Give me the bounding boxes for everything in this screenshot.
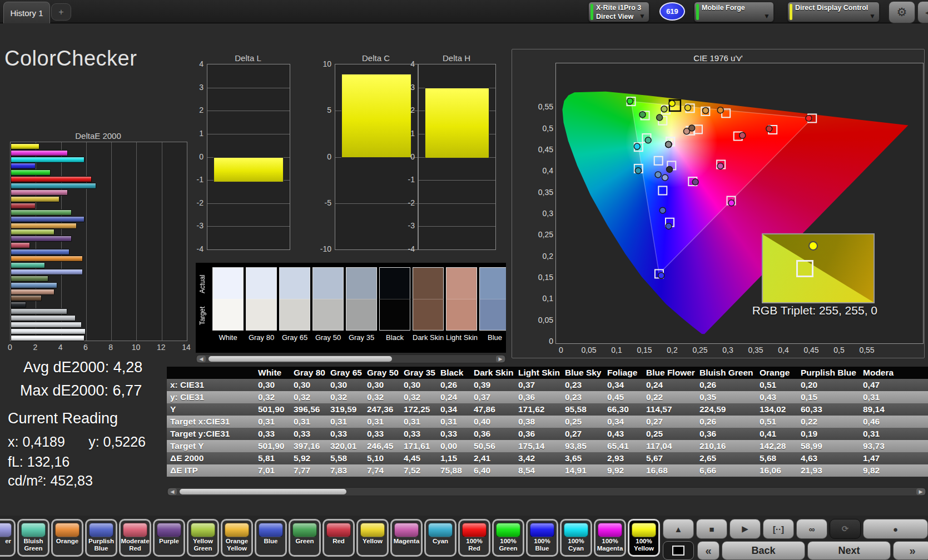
scroll-left-icon[interactable]: ◀: [168, 488, 177, 495]
add-tab-button[interactable]: +: [51, 3, 71, 21]
cie-y-tick: 0,4: [529, 166, 553, 175]
table-scroll-thumb[interactable]: [180, 489, 346, 494]
de-bar-purplish-blue: [11, 249, 70, 255]
cie-y-tick: 0,55: [529, 102, 553, 111]
chevron-down-icon: ▼: [639, 12, 646, 20]
patch-button-orange-yellow[interactable]: Orange Yellow: [221, 519, 253, 557]
de-x-tick: 4: [58, 343, 63, 352]
patch-button-blue[interactable]: Blue: [255, 519, 287, 557]
patch-button-orange[interactable]: Orange: [51, 519, 83, 557]
meter-label: Mobile Forge: [702, 4, 745, 13]
table-cell: 397,16: [290, 440, 327, 452]
table-cell: 0,15: [797, 391, 860, 403]
delta-chart-title-delta-l: Delta L: [207, 53, 289, 63]
swatch-gray-65: Gray 65: [279, 267, 310, 342]
meter-dropdown-direct-display-control[interactable]: Direct Display Control▼: [787, 2, 880, 22]
cie-x-tick: 0,2: [667, 346, 677, 354]
table-scrollbar[interactable]: ◀ ▶: [167, 487, 926, 496]
refresh-button[interactable]: ⟳: [830, 519, 861, 539]
settings-button[interactable]: ⚙: [889, 1, 915, 23]
delta-y-tick: -2: [186, 198, 204, 207]
scroll-right-icon[interactable]: ▶: [916, 488, 925, 495]
patch-button-100-red[interactable]: 100% Red: [458, 519, 490, 557]
patch-button-bluish-green[interactable]: Bluish Green: [17, 519, 49, 557]
stop-button[interactable]: ■: [696, 519, 727, 539]
meter-dropdown-x-rite-i1pro-3[interactable]: X-Rite i1Pro 3Direct View▼: [588, 2, 649, 22]
patch-button-100-magenta[interactable]: 100% Magenta: [594, 519, 626, 557]
patch-button-magenta[interactable]: Magenta: [390, 519, 423, 557]
table-cell: 14,91: [562, 464, 604, 477]
de-bar-dark-skin: [11, 295, 42, 301]
table-cell: 0,30: [290, 379, 327, 391]
meter-dropdown-mobile-forge[interactable]: Mobile Forge▼: [694, 2, 774, 22]
table-cell: 0,20: [797, 379, 860, 391]
table-cell: 0,33: [290, 428, 327, 440]
patch-button-100-yellow[interactable]: 100% Yellow: [628, 519, 660, 557]
row-label: Y: [167, 403, 255, 416]
swatch-actual: [379, 267, 410, 299]
refresh-icon: ⟳: [842, 524, 849, 534]
scroll-left-icon[interactable]: ◀: [197, 356, 206, 362]
measured-dot-gray-35: [666, 142, 672, 148]
row-label: ΔE 2000: [167, 452, 255, 464]
patch-button-yellow[interactable]: Yellow: [356, 519, 389, 557]
table-row--e-2000: ΔE 20005,815,925,585,104,451,152,413,423…: [167, 452, 928, 464]
col-header-modera: Modera: [860, 367, 928, 379]
table-cell: 396,56: [290, 403, 327, 416]
patch-button-green[interactable]: Green: [289, 519, 321, 557]
next-chevron-button[interactable]: »: [893, 541, 928, 560]
table-cell: 0,43: [756, 391, 797, 403]
cie-y-tick: 0,45: [529, 145, 553, 154]
measurement-table: WhiteGray 80Gray 65Gray 50Gray 35BlackDa…: [167, 367, 928, 477]
table-row-y: Y501,90396,56319,59247,36172,250,3447,86…: [167, 403, 928, 416]
patch-button-moderate-red[interactable]: Moderate Red: [119, 519, 151, 557]
tab-history-1[interactable]: History 1: [3, 2, 50, 23]
patch-button-er[interactable]: er: [0, 519, 16, 557]
extra-button[interactable]: ●: [863, 519, 928, 539]
scroll-right-icon[interactable]: ▶: [496, 356, 505, 362]
patch-label: er: [0, 538, 14, 545]
pattern-window-button[interactable]: [663, 541, 694, 560]
table-cell: 0,25: [643, 428, 696, 440]
table-cell: 0,36: [515, 391, 562, 403]
loop-button[interactable]: ∞: [796, 519, 827, 539]
collapse-toolbar-button[interactable]: ◀: [917, 1, 928, 23]
patch-label: 100% Green: [494, 538, 523, 552]
patch-button-cyan[interactable]: Cyan: [424, 519, 456, 557]
table-cell: 0,00: [437, 440, 470, 452]
patch-button-100-blue[interactable]: 100% Blue: [526, 519, 558, 557]
back-button[interactable]: Back: [722, 541, 805, 560]
swatch-actual: [446, 267, 477, 299]
swatch-scrollbar[interactable]: ◀ ▶: [196, 354, 506, 363]
delta-y-tick: -3: [397, 221, 415, 230]
row-label: Target Y: [167, 440, 255, 452]
table-cell: 0,32: [364, 391, 400, 403]
play-button[interactable]: ▶: [730, 519, 761, 539]
patch-button-purplish-blue[interactable]: Purplish Blue: [85, 519, 117, 557]
next-button[interactable]: Next: [807, 541, 891, 560]
patch-button-purple[interactable]: Purple: [153, 519, 185, 557]
swatch-scroll-thumb[interactable]: [209, 356, 392, 362]
de-bar-100-red: [11, 176, 92, 182]
step-button[interactable]: [··]: [763, 519, 794, 539]
row-label: x: CIE31: [167, 379, 255, 391]
meter-count-badge[interactable]: 619: [659, 2, 685, 21]
back-chevron-button[interactable]: «: [697, 541, 719, 560]
reading-y: y: 0,5226: [88, 434, 146, 450]
delta-y-tick: 0: [314, 152, 331, 161]
patch-button-100-green[interactable]: 100% Green: [492, 519, 524, 557]
patch-button-100-cyan[interactable]: 100% Cyan: [560, 519, 592, 557]
row-label: y: CIE31: [167, 391, 255, 403]
delta-y-tick: -4: [397, 244, 415, 253]
table-cell: 0,45: [604, 391, 643, 403]
patch-button-yellow-green[interactable]: Yellow Green: [187, 519, 219, 557]
delta-y-tick: -4: [186, 244, 204, 253]
measured-dot-purplish-blue: [659, 207, 666, 213]
cie-x-tick: 0,3: [722, 346, 733, 354]
table-cell: 0,23: [562, 379, 604, 391]
table-cell: 0,32: [290, 391, 327, 403]
de-bar-orange: [11, 256, 83, 262]
swatch-target: [246, 299, 277, 331]
patch-button-red[interactable]: Red: [322, 519, 355, 557]
scroll-up-button[interactable]: ▲: [663, 519, 694, 539]
